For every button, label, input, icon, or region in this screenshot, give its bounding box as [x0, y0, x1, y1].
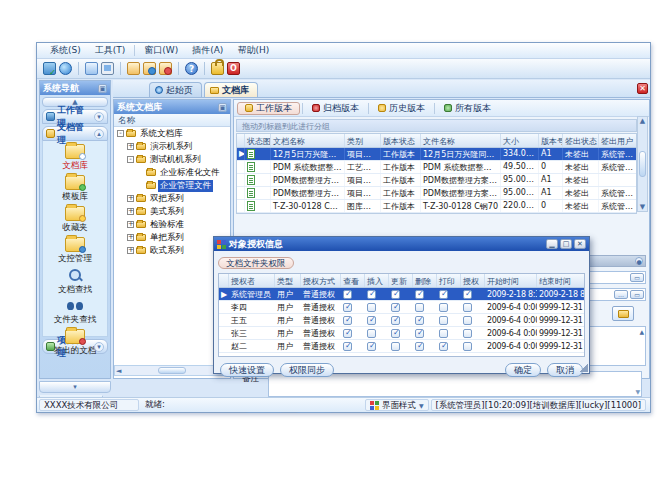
- resize-grip[interactable]: [580, 364, 588, 372]
- collapse-icon[interactable]: ●: [635, 257, 643, 265]
- column-header[interactable]: 类型: [275, 274, 301, 287]
- minimize-icon[interactable]: ▁: [546, 239, 558, 249]
- insert-checkbox[interactable]: [367, 329, 376, 338]
- authorize-checkbox[interactable]: [463, 303, 472, 312]
- nav-item[interactable]: 文档库: [43, 144, 107, 172]
- tree-node[interactable]: - 测试机机系列: [114, 153, 230, 166]
- insert-checkbox[interactable]: [367, 316, 376, 325]
- tab-start-page[interactable]: 起始页: [149, 82, 202, 97]
- authorize-checkbox[interactable]: [463, 342, 472, 351]
- chevron-down-icon[interactable]: ▾: [94, 112, 104, 122]
- chevron-up-icon[interactable]: ▴: [94, 129, 104, 139]
- update-checkbox[interactable]: [391, 316, 400, 325]
- table-row[interactable]: PDM数据整理方案2.doc 项目文档 工作版本 PDM数据整理方案2.doc …: [237, 187, 636, 200]
- scroll-thumb[interactable]: [158, 367, 186, 374]
- column-header[interactable]: 签出用户: [599, 134, 637, 147]
- mail-globe-icon[interactable]: [143, 62, 156, 75]
- tree-expand-icon[interactable]: [137, 182, 144, 189]
- tab-document-library[interactable]: 文档库: [204, 82, 258, 97]
- pin-icon[interactable]: ▣: [218, 103, 227, 112]
- permission-row[interactable]: ▶ 系统管理员 用户 普通授权 2009-2-18 8:35:57 2009-2…: [219, 288, 584, 301]
- table-row[interactable]: ▶ 12月5日万兴隆同行… 项目文档 工作版本 12月5日万兴隆同行… 334.…: [237, 148, 636, 161]
- cancel-button[interactable]: 取消: [547, 363, 583, 377]
- column-header[interactable]: 文件名称: [421, 134, 501, 147]
- menu-window[interactable]: 窗口(W): [137, 43, 185, 58]
- permission-row[interactable]: 李四 用户 普通授权 2009-6-4 0:00:00 9999-12-31 2…: [219, 301, 584, 314]
- tree-node[interactable]: 企业标准化文件: [114, 166, 230, 179]
- tab-archive-version[interactable]: 归档版本: [305, 102, 366, 115]
- connect-icon[interactable]: [43, 62, 56, 75]
- mail-icon[interactable]: [127, 62, 140, 75]
- column-header[interactable]: 签出状态: [563, 134, 599, 147]
- tree-column-header[interactable]: 名称: [114, 114, 230, 127]
- scroll-down-icon[interactable]: ▼: [640, 203, 645, 211]
- menu-help[interactable]: 帮助(H): [230, 43, 276, 58]
- tab-history-version[interactable]: 历史版本: [371, 102, 432, 115]
- nav-item[interactable]: 收藏夹: [43, 206, 107, 234]
- tab-work-version[interactable]: 工作版本: [237, 102, 300, 115]
- menu-plugin[interactable]: 插件(A): [185, 43, 230, 58]
- tree-node[interactable]: + 演示机系列: [114, 140, 230, 153]
- tree-expand-icon[interactable]: [137, 169, 144, 176]
- mail-alert-icon[interactable]: [159, 62, 172, 75]
- group-by-bar[interactable]: 拖动列标题到此进行分组: [236, 119, 637, 132]
- column-header[interactable]: 授权方式: [301, 274, 341, 287]
- open-library-icon[interactable]: [85, 62, 98, 75]
- tree-expand-icon[interactable]: +: [127, 247, 134, 254]
- tree-expand-icon[interactable]: +: [127, 234, 134, 241]
- table-row[interactable]: T-Z-30-0128 C钢70型 图库文件 工作版本 T-Z-30-0128 …: [237, 200, 636, 213]
- view-checkbox[interactable]: [343, 316, 352, 325]
- delete-checkbox[interactable]: [415, 316, 424, 325]
- tree-expand-icon[interactable]: -: [117, 130, 124, 137]
- column-header[interactable]: 查看: [341, 274, 365, 287]
- column-header[interactable]: 打印: [437, 274, 461, 287]
- table-row[interactable]: PDM 系统数据整理检… 工艺文档 工作版本 PDM 系统数据整理… 49.50…: [237, 161, 636, 174]
- insert-checkbox[interactable]: [367, 342, 376, 351]
- delete-checkbox[interactable]: [415, 303, 424, 312]
- ellipsis-button[interactable]: ▭: [630, 273, 644, 282]
- column-header[interactable]: 结束时间: [537, 274, 585, 287]
- tree-expand-icon[interactable]: +: [127, 143, 134, 150]
- tree-expand-icon[interactable]: +: [127, 208, 134, 215]
- pin-icon[interactable]: ▣: [98, 84, 107, 93]
- maximize-icon[interactable]: □: [560, 239, 572, 249]
- nav-item[interactable]: 文件夹查找: [43, 299, 107, 326]
- delete-checkbox[interactable]: [415, 290, 424, 299]
- column-header[interactable]: 删除: [413, 274, 437, 287]
- authorize-checkbox[interactable]: [463, 290, 472, 299]
- tree-node[interactable]: - 系统文档库: [114, 127, 230, 140]
- close-icon[interactable]: ✕: [574, 239, 586, 249]
- permission-row[interactable]: 王五 用户 普通授权 2009-6-4 0:00:00 9999-12-31 2…: [219, 314, 584, 327]
- view-checkbox[interactable]: [343, 342, 352, 351]
- scroll-up-icon[interactable]: ▲: [640, 117, 645, 125]
- nav-item[interactable]: 模板库: [43, 175, 107, 203]
- lock-icon[interactable]: [211, 62, 224, 75]
- print-checkbox[interactable]: [439, 342, 448, 351]
- nav-group-document[interactable]: 文档管理 ▴: [42, 126, 108, 141]
- authorize-checkbox[interactable]: [463, 316, 472, 325]
- ok-button[interactable]: 确定: [505, 363, 541, 377]
- tree-expand-icon[interactable]: +: [127, 195, 134, 202]
- nav-scroll-down[interactable]: ▾: [39, 381, 111, 393]
- authorize-checkbox[interactable]: [463, 329, 472, 338]
- ui-style-selector[interactable]: 界面样式 ▼: [365, 399, 429, 411]
- view-checkbox[interactable]: [343, 303, 352, 312]
- update-checkbox[interactable]: [391, 303, 400, 312]
- view-checkbox[interactable]: [343, 329, 352, 338]
- scroll-thumb[interactable]: [639, 151, 646, 177]
- print-checkbox[interactable]: [439, 303, 448, 312]
- close-tab-icon[interactable]: ✕: [637, 83, 648, 94]
- workspace-icon[interactable]: [101, 62, 114, 75]
- permission-row[interactable]: 张三 用户 普通授权 2009-6-4 0:00:00 9999-12-31 2…: [219, 327, 584, 340]
- dialog-tab-folder-permissions[interactable]: 文档文件夹权限: [218, 257, 294, 269]
- table-row[interactable]: PDM数据整理方案.doc 项目文档 工作版本 PDM数据整理方案.doc 95…: [237, 174, 636, 187]
- column-header-sorted[interactable]: 文档名称: [271, 134, 345, 147]
- permission-row[interactable]: 赵二 用户 普通授权 2009-6-4 0:00:00 9999-12-31 2…: [219, 340, 584, 353]
- column-header[interactable]: 插入: [365, 274, 389, 287]
- delete-checkbox[interactable]: [415, 342, 424, 351]
- print-checkbox[interactable]: [439, 316, 448, 325]
- column-header[interactable]: 版本号: [539, 134, 563, 147]
- browse-folder-button[interactable]: [612, 306, 634, 321]
- view-checkbox[interactable]: [343, 290, 352, 299]
- nav-item[interactable]: 文档查找: [43, 268, 107, 296]
